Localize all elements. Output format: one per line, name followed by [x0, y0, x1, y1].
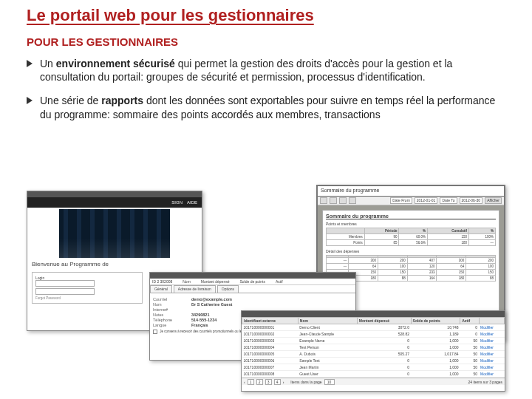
submit-button[interactable]: Afficher: [485, 197, 502, 204]
col-header: %: [469, 228, 496, 234]
forgot-password-link[interactable]: Forgot Password: [35, 296, 139, 300]
table-row: Points 85 56.6% 180 —: [327, 240, 496, 246]
report-toolbar: Date From 2012-01-01 Date To 2012-06-30 …: [318, 197, 504, 205]
cell: 0: [357, 338, 411, 344]
bullet-text-bold: rapports: [101, 95, 143, 106]
cell: 50: [460, 358, 479, 364]
col-header[interactable]: Actif: [460, 318, 479, 324]
tab[interactable]: Adresse de livraison: [174, 285, 216, 293]
window-titlebar: [27, 191, 202, 197]
table-row: 101710000000002Jean-Claude Sample528.821…: [242, 331, 505, 338]
cell[interactable]: Modifier: [479, 351, 504, 358]
table-row: 101710000000004Test Person01,00050Modifi…: [242, 344, 505, 351]
cell: 528.82: [357, 331, 411, 338]
cell: Membres: [327, 234, 365, 240]
col-header: Montant dépensé: [201, 279, 230, 284]
field-value: Dr S Catherine Guest: [191, 302, 232, 307]
cell[interactable]: Modifier: [479, 371, 504, 378]
cell: 101710000000007: [242, 364, 299, 371]
field-label: Langue: [153, 323, 191, 327]
table-row: 101710000000003Example Name01,00050Modif…: [242, 338, 505, 344]
date-to-label: Date To: [440, 197, 457, 204]
field-label: Interne#: [153, 307, 191, 312]
cell: 50: [460, 344, 479, 351]
col-header[interactable]: Montant dépensé: [357, 318, 411, 324]
table-row: 101710000000006Sample Test01,00050Modifi…: [242, 358, 505, 364]
col-header: Cumulatif: [428, 228, 469, 234]
items-per-page-value[interactable]: 10: [324, 379, 335, 385]
cell: Points: [327, 240, 365, 246]
consent-checkbox[interactable]: [153, 330, 157, 334]
table-row: Membres 90 60.0% 150 100%: [327, 234, 496, 240]
cell[interactable]: Modifier: [479, 358, 504, 364]
window-titlebar: [150, 273, 355, 279]
toolbar-btn[interactable]: [349, 197, 356, 204]
pager: ‹ 1 2 3 4 › Items dans la page 10 24 ite…: [242, 378, 505, 385]
items-per-page-label: Items dans la page: [290, 380, 321, 384]
cell: 505.27: [357, 351, 411, 358]
cell[interactable]: Modifier: [479, 338, 504, 344]
toolbar-btn[interactable]: [330, 197, 337, 204]
cell[interactable]: Modifier: [479, 331, 504, 338]
login-box: Login Forgot Password: [32, 272, 143, 304]
field-label: Courriel: [153, 297, 191, 301]
bullet-item: Une série de rapports dont les données s…: [27, 94, 505, 120]
col-header: Actif: [276, 279, 283, 284]
col-header: [327, 228, 365, 234]
cell: —: [469, 240, 496, 246]
col-header: ID 2 302008: [152, 279, 172, 284]
date-to-value[interactable]: 2012-06-30: [460, 197, 483, 204]
cell[interactable]: Modifier: [479, 324, 504, 331]
cell: 101710000000003: [242, 338, 299, 344]
bullet-item: Un environnement sécurisé qui permet la …: [27, 57, 505, 83]
cell[interactable]: Modifier: [479, 364, 504, 371]
col-header: Nom: [183, 279, 191, 284]
cell[interactable]: Modifier: [479, 344, 504, 351]
col-header: Période: [364, 228, 399, 234]
cell: 50: [460, 371, 479, 378]
cell: 0: [460, 331, 479, 338]
cell: 101710000000004: [242, 344, 299, 351]
username-input[interactable]: [35, 280, 95, 287]
toolbar-btn[interactable]: [339, 197, 347, 204]
cell: Jean-Claude Sample: [298, 331, 357, 338]
report-title: Sommaire du programme: [326, 214, 496, 219]
window-titlebar: [242, 311, 505, 317]
pager-prev-icon[interactable]: ‹: [244, 380, 245, 384]
col-header: Solde de points: [239, 279, 265, 284]
col-header[interactable]: Solde de points: [411, 318, 460, 324]
cell: 0: [357, 344, 411, 351]
cell: 101710000000005: [242, 351, 299, 358]
pager-page[interactable]: 3: [265, 379, 272, 385]
cell: Sample Test: [298, 358, 357, 364]
field-label: Notes: [153, 313, 191, 317]
col-header: %: [399, 228, 428, 234]
cell: 1,000: [411, 338, 460, 344]
pager-next-icon[interactable]: ›: [283, 380, 284, 384]
tab[interactable]: Options: [217, 285, 239, 293]
pager-page[interactable]: 4: [274, 379, 281, 385]
cell: 150: [428, 234, 469, 240]
cell: 56.6%: [399, 240, 428, 246]
col-header: [479, 318, 504, 324]
date-from-value[interactable]: 2012-01-01: [415, 197, 438, 204]
tab[interactable]: Général: [150, 285, 172, 293]
cell: Example Name: [298, 338, 357, 344]
toolbar-btn[interactable]: [320, 197, 327, 204]
col-header[interactable]: Identifiant externe: [242, 318, 299, 324]
cell: 1,000: [411, 371, 460, 378]
field-value: 514-555-1234: [191, 318, 216, 322]
cell: 0: [357, 358, 411, 364]
col-header[interactable]: Nom: [298, 318, 357, 324]
cell: Guest User: [298, 371, 357, 378]
pager-page[interactable]: 1: [248, 379, 254, 385]
section-subtitle: POUR LES GESTIONNAIRES: [27, 35, 505, 48]
cell: 1,000: [411, 358, 460, 364]
cell: Test Person: [298, 344, 357, 351]
pager-page[interactable]: 2: [256, 379, 263, 385]
cell: 101710000000008: [242, 371, 299, 378]
cell: 60.0%: [399, 234, 428, 240]
password-input[interactable]: [35, 288, 95, 295]
cell: 1,000: [411, 344, 460, 351]
table-row: 101710000000005A. Dubois505.271,017.8450…: [242, 351, 505, 358]
